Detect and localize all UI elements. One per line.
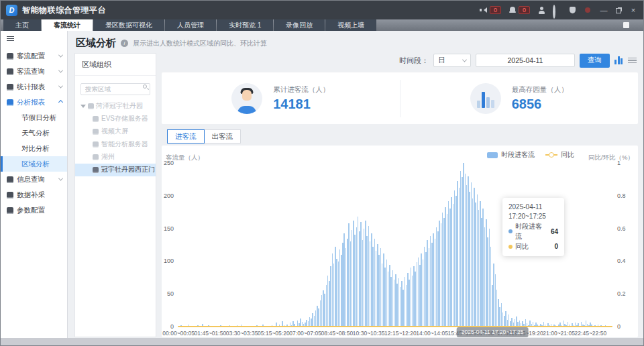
restore-button[interactable] bbox=[616, 8, 621, 13]
flow-chart-panel: 时段进客流 同比 客流量（人） 同比/环比（%） 2025-04-11 17:2… bbox=[162, 146, 638, 337]
axis-tick-label: 03:30~03:35 bbox=[226, 330, 258, 337]
axis-tick-label: 21:00~21:05 bbox=[543, 330, 575, 337]
tree-node-analysis-server[interactable]: 智能分析服务器 bbox=[75, 138, 156, 151]
sidebar-subitem-weather-analysis[interactable]: 天气分析 bbox=[1, 125, 67, 141]
axis-tick-label: 0.6 bbox=[617, 225, 626, 232]
blue-dot-icon bbox=[508, 229, 513, 233]
device-node-icon bbox=[93, 129, 99, 135]
gate-node-icon bbox=[93, 167, 99, 173]
axis-tick-label: 12:15~12:20 bbox=[384, 330, 417, 337]
query-button[interactable]: 查询 bbox=[580, 54, 610, 68]
sidebar-item-flow-config[interactable]: 客流配置 bbox=[1, 48, 67, 64]
tree-expand-icon[interactable] bbox=[80, 105, 86, 108]
chevron-down-icon bbox=[58, 68, 63, 73]
list-view-icon[interactable] bbox=[628, 58, 637, 64]
settings-gear-icon[interactable] bbox=[553, 5, 555, 19]
record-status-icon[interactable] bbox=[584, 6, 592, 14]
chevron-down-icon bbox=[58, 176, 63, 181]
sidebar-subitem-area-analysis[interactable]: 区域分析 bbox=[1, 156, 67, 172]
flow-query-icon bbox=[7, 68, 13, 75]
main-tabstrip: 主页 客流统计 景区数据可视化 人员管理 实时预览 1 录像回放 视频上墙 bbox=[1, 19, 643, 31]
axis-tick-label: 0 bbox=[170, 323, 174, 330]
minimize-button[interactable]: — bbox=[599, 6, 608, 14]
page-description: 展示进出人数统计模式区域的同比、环比计算 bbox=[133, 39, 267, 48]
tab-personnel-management[interactable]: 人员管理 bbox=[165, 19, 216, 31]
sidebar-collapse-icon[interactable] bbox=[7, 36, 14, 42]
axis-tick-label: 200 bbox=[164, 192, 174, 199]
axis-tick-label: 05:15~05:20 bbox=[258, 330, 290, 337]
page-title: 区域分析 bbox=[76, 37, 116, 50]
tab-home[interactable]: 主页 bbox=[3, 19, 41, 31]
axis-tick-label: 50 bbox=[167, 290, 174, 297]
stat-label: 最高存园量（人） bbox=[512, 85, 568, 95]
analysis-reports-icon bbox=[7, 99, 13, 106]
security-shield-icon[interactable] bbox=[568, 6, 576, 14]
area-search-input[interactable] bbox=[80, 83, 150, 95]
time-period-label: 时间段： bbox=[399, 56, 429, 66]
tree-node-video-wall[interactable]: 视频大屏 bbox=[75, 125, 156, 138]
legend-item-yoy[interactable]: 同比 bbox=[545, 150, 574, 160]
tab-passenger-flow-stats[interactable]: 客流统计 bbox=[42, 19, 93, 31]
stat-label: 累计进客流（人） bbox=[273, 85, 329, 95]
data-recollection-icon bbox=[7, 192, 13, 198]
sidebar-item-analysis-reports[interactable]: 分析报表 bbox=[1, 95, 67, 110]
sidebar-subitem-holiday-analysis[interactable]: 节假日分析 bbox=[1, 110, 67, 125]
tab-video-playback[interactable]: 录像回放 bbox=[274, 19, 325, 31]
alarm-alert-badge: 0 bbox=[519, 6, 530, 14]
info-query-icon bbox=[7, 176, 13, 183]
device-node-icon bbox=[93, 116, 99, 122]
tab-outflow[interactable]: 出客流 bbox=[204, 129, 241, 143]
sidebar-subitem-comparison-analysis[interactable]: 对比分析 bbox=[1, 141, 67, 156]
tree-node-huzhou[interactable]: 湖州 bbox=[75, 151, 156, 164]
app-title: 智能物联综合管理平台 bbox=[22, 5, 106, 16]
date-input[interactable] bbox=[476, 54, 575, 67]
alarm-alert-group[interactable]: 0 bbox=[508, 6, 530, 14]
close-button[interactable]: × bbox=[629, 6, 638, 14]
audio-alert-badge: 0 bbox=[490, 6, 501, 14]
app-logo-icon: D bbox=[6, 5, 17, 16]
axis-tick-label: 0.8 bbox=[617, 192, 626, 199]
right-axis-title: 同比/环比（%） bbox=[588, 154, 634, 162]
yoy-zero-line bbox=[178, 326, 612, 327]
legend-item-inflow[interactable]: 时段进客流 bbox=[487, 150, 535, 160]
period-select[interactable]: 日 bbox=[433, 54, 471, 67]
axis-tick-label: 250 bbox=[164, 160, 174, 166]
tooltip-row-inflow: 时段进客流 64 bbox=[508, 221, 558, 241]
tree-panel-title: 区域组织 bbox=[75, 54, 156, 76]
tab-video-wall[interactable]: 视频上墙 bbox=[325, 19, 376, 31]
stat-reports-icon bbox=[7, 84, 13, 91]
sidebar-item-parameter-config[interactable]: 参数配置 bbox=[1, 203, 67, 218]
axis-tick-label: 0 bbox=[617, 323, 621, 330]
chevron-up-icon bbox=[58, 100, 63, 105]
axis-tick-label: 0.2 bbox=[617, 290, 626, 297]
tab-inflow[interactable]: 进客流 bbox=[167, 129, 205, 143]
tree-root-node[interactable]: 菏泽冠宇牡丹园 bbox=[75, 100, 156, 113]
axis-tick-label: 150 bbox=[164, 225, 174, 232]
flow-config-icon bbox=[7, 53, 13, 60]
speaker-icon bbox=[480, 6, 488, 14]
area-tree-panel: 区域组织 菏泽冠宇牡丹园 EVS存储服务器 视频大屏 bbox=[74, 53, 156, 337]
sidebar-item-flow-query[interactable]: 客流查询 bbox=[1, 64, 67, 79]
tree-node-west-gate[interactable]: 冠宇牡丹园西正门 bbox=[75, 164, 156, 176]
search-icon bbox=[143, 84, 147, 89]
tab-scenic-data-visualization[interactable]: 景区数据可视化 bbox=[93, 19, 164, 31]
legend-line-swatch bbox=[545, 154, 557, 156]
axis-tick-label: 07:00~07:05 bbox=[289, 330, 321, 337]
info-icon: i bbox=[121, 40, 128, 47]
chart-plot-area[interactable]: 2025-04-11 17:20~17:25 2025-04-11 17:20~… bbox=[178, 163, 612, 327]
tab-scroll-button[interactable] bbox=[623, 22, 629, 28]
audio-alert-group[interactable]: 0 bbox=[480, 6, 501, 14]
user-icon[interactable] bbox=[537, 6, 545, 14]
sidebar-item-stat-reports[interactable]: 统计报表 bbox=[1, 79, 67, 95]
sidebar-item-data-recollection[interactable]: 数据补采 bbox=[1, 187, 67, 203]
chart-legend: 时段进客流 同比 bbox=[487, 150, 574, 160]
axis-tick-label: 22:45~22:50 bbox=[575, 330, 607, 337]
axis-tick-label: 00:00~00:05 bbox=[162, 330, 195, 337]
chart-view-icon[interactable] bbox=[614, 56, 623, 64]
axis-tick-label: 0.4 bbox=[617, 257, 626, 264]
window-titlebar: D 智能物联综合管理平台 0 0 — × bbox=[1, 1, 643, 19]
axis-tick-label: 10:30~10:35 bbox=[353, 330, 385, 337]
sidebar-item-info-query[interactable]: 信息查询 bbox=[1, 172, 67, 187]
tree-node-evs-server[interactable]: EVS存储服务器 bbox=[75, 113, 156, 125]
tab-live-preview[interactable]: 实时预览 1 bbox=[217, 19, 273, 31]
